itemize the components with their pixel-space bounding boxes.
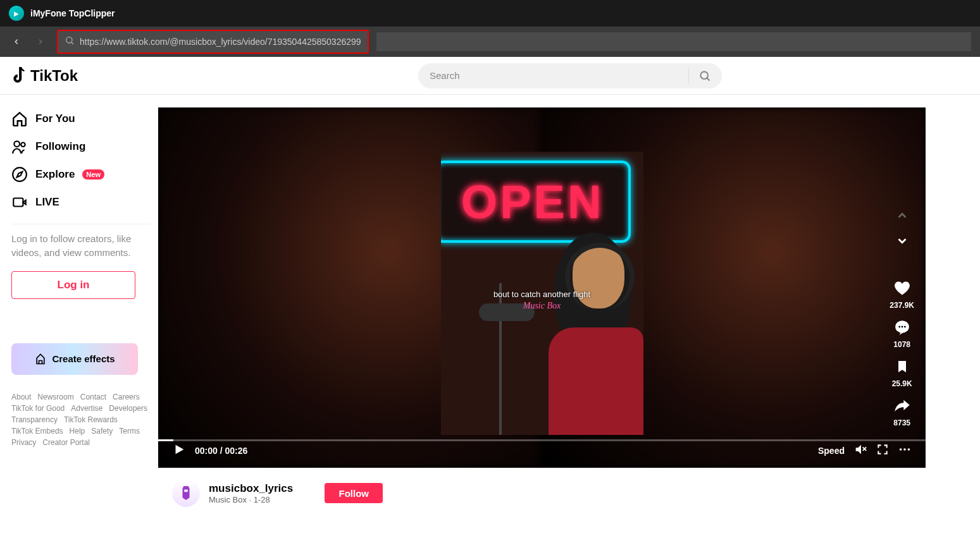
svg-rect-5 bbox=[13, 198, 23, 207]
person bbox=[530, 220, 643, 435]
svg-rect-13 bbox=[184, 490, 188, 492]
svg-point-10 bbox=[900, 448, 902, 451]
share-count: 8735 bbox=[893, 418, 910, 427]
video-caption: bout to catch another flight bbox=[493, 290, 590, 299]
home-icon bbox=[11, 111, 28, 127]
like-button[interactable]: 237.9K bbox=[890, 279, 914, 310]
mute-button[interactable] bbox=[853, 442, 867, 459]
user-meta: Music Box · 1-28 bbox=[209, 495, 293, 504]
page-header: TikTok bbox=[0, 57, 980, 95]
video-player[interactable]: OPEN bout to catch another flight Music … bbox=[158, 107, 926, 468]
search-bar[interactable] bbox=[418, 63, 722, 88]
svg-point-12 bbox=[908, 448, 910, 451]
tiktok-logo[interactable]: TikTok bbox=[11, 66, 78, 85]
sidebar-item-label: LIVE bbox=[35, 196, 59, 209]
avatar-icon bbox=[179, 485, 193, 501]
svg-point-2 bbox=[14, 141, 20, 147]
search-input[interactable] bbox=[430, 70, 686, 81]
share-button[interactable]: 8735 bbox=[893, 397, 911, 427]
username[interactable]: musicbox_lyrics bbox=[209, 482, 293, 495]
play-button[interactable] bbox=[172, 442, 186, 459]
video-side-actions: 237.9K 1078 25.9K 8735 bbox=[890, 209, 914, 427]
nav-back-button[interactable] bbox=[9, 34, 24, 49]
time-display: 00:00 / 00:26 bbox=[195, 446, 247, 456]
fullscreen-button[interactable] bbox=[876, 443, 889, 458]
app-title: iMyFone TopClipper bbox=[30, 8, 115, 18]
sidebar-item-explore[interactable]: Explore New bbox=[11, 161, 151, 188]
footer-link[interactable]: Developers bbox=[109, 404, 147, 413]
video-watermark: Music Box bbox=[523, 301, 561, 311]
sidebar-item-label: Following bbox=[35, 140, 85, 153]
footer-link[interactable]: TikTok Rewards bbox=[64, 415, 118, 424]
app-logo-icon bbox=[9, 6, 24, 21]
compass-icon bbox=[11, 166, 28, 183]
footer-link[interactable]: Advertise bbox=[71, 404, 102, 413]
footer-link[interactable]: Help bbox=[70, 427, 85, 436]
footer-link[interactable]: Terms bbox=[119, 427, 140, 436]
svg-point-3 bbox=[21, 143, 25, 147]
heart-icon bbox=[893, 279, 911, 297]
svg-point-7 bbox=[898, 326, 900, 328]
svg-point-0 bbox=[66, 37, 72, 43]
bookmark-button[interactable]: 25.9K bbox=[892, 358, 912, 388]
search-icon bbox=[65, 35, 75, 48]
tiktok-logo-text: TikTok bbox=[30, 67, 78, 85]
people-icon bbox=[11, 138, 28, 155]
nav-forward-button[interactable] bbox=[33, 34, 48, 49]
comment-count: 1078 bbox=[893, 340, 910, 349]
footer-link[interactable]: About bbox=[11, 393, 31, 401]
video-meta-row: musicbox_lyrics Music Box · 1-28 Follow bbox=[158, 468, 926, 507]
sidebar-item-label: For You bbox=[35, 113, 75, 125]
prev-video-button[interactable] bbox=[895, 209, 909, 225]
time-total: 00:26 bbox=[225, 446, 247, 456]
search-divider bbox=[688, 68, 689, 83]
footer-link[interactable]: Transparency bbox=[11, 415, 58, 424]
sidebar: For You Following Explore New LIVE Log i… bbox=[0, 95, 158, 543]
tiktok-note-icon bbox=[11, 66, 28, 85]
svg-point-9 bbox=[904, 326, 906, 328]
footer-link[interactable]: TikTok for Good bbox=[11, 404, 65, 413]
svg-point-1 bbox=[700, 71, 708, 79]
footer-link[interactable]: Privacy bbox=[11, 438, 36, 447]
svg-point-11 bbox=[903, 448, 906, 451]
footer-link[interactable]: Safety bbox=[91, 427, 113, 436]
speed-button[interactable]: Speed bbox=[818, 446, 845, 456]
url-bar[interactable]: https://www.tiktok.com/@musicbox_lyrics/… bbox=[57, 30, 369, 54]
footer-link[interactable]: Creator Portal bbox=[42, 438, 90, 447]
new-badge: New bbox=[82, 169, 104, 180]
create-effects-label: Create effects bbox=[52, 353, 115, 364]
sidebar-item-foryou[interactable]: For You bbox=[11, 105, 151, 133]
footer-link[interactable]: Careers bbox=[113, 393, 140, 401]
svg-point-4 bbox=[13, 168, 27, 181]
comment-icon bbox=[893, 319, 911, 336]
footer-link[interactable]: TikTok Embeds bbox=[11, 427, 63, 436]
login-button[interactable]: Log in bbox=[11, 271, 135, 299]
svg-point-8 bbox=[901, 326, 903, 328]
comment-button[interactable]: 1078 bbox=[893, 319, 911, 349]
browser-navbar: https://www.tiktok.com/@musicbox_lyrics/… bbox=[0, 27, 980, 57]
search-button[interactable] bbox=[692, 64, 718, 87]
footer-link[interactable]: Contact bbox=[80, 393, 106, 401]
app-titlebar: iMyFone TopClipper bbox=[0, 0, 980, 27]
more-options-button[interactable] bbox=[898, 442, 912, 459]
navbar-extension bbox=[376, 32, 971, 51]
video-controls: 00:00 / 00:26 Speed bbox=[158, 441, 926, 460]
time-current: 00:00 bbox=[195, 446, 218, 456]
effects-icon bbox=[34, 353, 47, 365]
footer-links: About Newsroom Contact Careers TikTok fo… bbox=[11, 393, 151, 447]
follow-button[interactable]: Follow bbox=[325, 483, 383, 503]
like-count: 237.9K bbox=[890, 301, 914, 310]
url-text: https://www.tiktok.com/@musicbox_lyrics/… bbox=[80, 37, 361, 47]
footer-link[interactable]: Newsroom bbox=[37, 393, 73, 401]
share-icon bbox=[893, 397, 911, 415]
bookmark-icon bbox=[893, 358, 911, 375]
user-avatar[interactable] bbox=[172, 479, 200, 507]
create-effects-button[interactable]: Create effects bbox=[11, 343, 138, 375]
live-icon bbox=[11, 194, 28, 210]
sidebar-item-following[interactable]: Following bbox=[11, 133, 151, 161]
sidebar-item-live[interactable]: LIVE bbox=[11, 188, 151, 216]
sidebar-item-label: Explore bbox=[35, 168, 75, 181]
login-prompt-text: Log in to follow creators, like videos, … bbox=[11, 232, 151, 260]
bookmark-count: 25.9K bbox=[892, 379, 912, 388]
next-video-button[interactable] bbox=[895, 234, 909, 250]
